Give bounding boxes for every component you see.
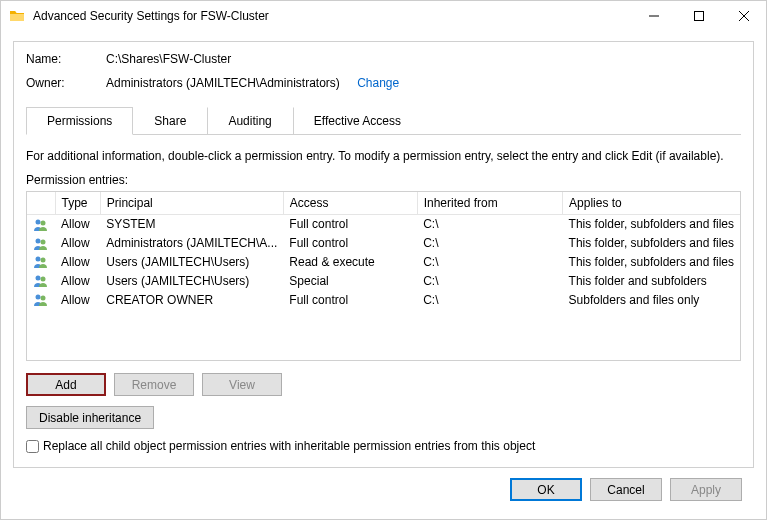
add-button[interactable]: Add: [26, 373, 106, 396]
remove-button: Remove: [114, 373, 194, 396]
col-access[interactable]: Access: [283, 192, 417, 215]
hint-text: For additional information, double-click…: [26, 149, 741, 163]
content-area: Name: C:\Shares\FSW-Cluster Owner: Admin…: [1, 31, 766, 519]
cell-type: Allow: [55, 253, 100, 272]
dialog-window: Advanced Security Settings for FSW-Clust…: [0, 0, 767, 520]
cell-principal: Administrators (JAMILTECH\A...: [100, 234, 283, 253]
view-button: View: [202, 373, 282, 396]
cancel-button[interactable]: Cancel: [590, 478, 662, 501]
table-row[interactable]: AllowUsers (JAMILTECH\Users)Read & execu…: [27, 253, 740, 272]
tab-permissions[interactable]: Permissions: [26, 107, 133, 135]
table-row[interactable]: AllowAdministrators (JAMILTECH\A...Full …: [27, 234, 740, 253]
replace-checkbox-label: Replace all child object permission entr…: [43, 439, 535, 453]
col-applies[interactable]: Applies to: [563, 192, 740, 215]
cell-applies: This folder, subfolders and files: [563, 253, 740, 272]
svg-point-9: [36, 295, 41, 300]
svg-point-6: [41, 258, 46, 263]
cell-applies: This folder, subfolders and files: [563, 234, 740, 253]
cell-access: Special: [283, 271, 417, 290]
cell-inherited: C:\: [417, 253, 562, 272]
cell-applies: Subfolders and files only: [563, 290, 740, 309]
cell-access: Full control: [283, 215, 417, 234]
users-icon: [27, 215, 55, 234]
cell-access: Read & execute: [283, 253, 417, 272]
maximize-button[interactable]: [676, 2, 721, 31]
tab-auditing[interactable]: Auditing: [207, 107, 292, 135]
permission-entries-label: Permission entries:: [26, 173, 741, 187]
table-row[interactable]: AllowSYSTEMFull controlC:\This folder, s…: [27, 215, 740, 234]
close-button[interactable]: [721, 2, 766, 31]
col-principal[interactable]: Principal: [100, 192, 283, 215]
cell-principal: Users (JAMILTECH\Users): [100, 253, 283, 272]
table-row[interactable]: AllowCREATOR OWNERFull controlC:\Subfold…: [27, 290, 740, 309]
name-value: C:\Shares\FSW-Cluster: [106, 52, 741, 66]
name-row: Name: C:\Shares\FSW-Cluster: [26, 52, 741, 66]
cell-principal: CREATOR OWNER: [100, 290, 283, 309]
name-label: Name:: [26, 52, 106, 66]
svg-point-5: [36, 257, 41, 262]
col-inherited[interactable]: Inherited from: [417, 192, 562, 215]
disable-inheritance-button[interactable]: Disable inheritance: [26, 406, 154, 429]
svg-point-3: [36, 238, 41, 243]
users-icon: [27, 253, 55, 272]
folder-icon: [9, 8, 25, 24]
owner-value: Administrators (JAMILTECH\Administrators…: [106, 76, 741, 90]
svg-point-7: [36, 276, 41, 281]
minimize-button[interactable]: [631, 2, 676, 31]
svg-point-4: [41, 239, 46, 244]
col-type[interactable]: Type: [55, 192, 100, 215]
svg-point-10: [41, 296, 46, 301]
owner-label: Owner:: [26, 76, 106, 90]
window-buttons: [631, 2, 766, 31]
cell-inherited: C:\: [417, 271, 562, 290]
users-icon: [27, 234, 55, 253]
apply-button: Apply: [670, 478, 742, 501]
table-row[interactable]: AllowUsers (JAMILTECH\Users)SpecialC:\Th…: [27, 271, 740, 290]
main-panel: Name: C:\Shares\FSW-Cluster Owner: Admin…: [13, 41, 754, 468]
users-icon: [27, 290, 55, 309]
cell-applies: This folder and subfolders: [563, 271, 740, 290]
cell-access: Full control: [283, 290, 417, 309]
col-icon[interactable]: [27, 192, 55, 215]
tabs: Permissions Share Auditing Effective Acc…: [26, 106, 741, 135]
cell-applies: This folder, subfolders and files: [563, 215, 740, 234]
change-owner-link[interactable]: Change: [357, 76, 399, 90]
dialog-footer: OK Cancel Apply: [13, 468, 754, 511]
svg-point-1: [36, 219, 41, 224]
svg-rect-0: [694, 12, 703, 21]
cell-principal: SYSTEM: [100, 215, 283, 234]
cell-principal: Users (JAMILTECH\Users): [100, 271, 283, 290]
cell-type: Allow: [55, 290, 100, 309]
cell-access: Full control: [283, 234, 417, 253]
svg-point-8: [41, 277, 46, 282]
tab-share[interactable]: Share: [133, 107, 207, 135]
owner-text: Administrators (JAMILTECH\Administrators…: [106, 76, 340, 90]
permission-entries-table[interactable]: Type Principal Access Inherited from App…: [26, 191, 741, 361]
entry-buttons: Add Remove View: [26, 373, 741, 396]
cell-type: Allow: [55, 271, 100, 290]
ok-button[interactable]: OK: [510, 478, 582, 501]
cell-type: Allow: [55, 215, 100, 234]
cell-type: Allow: [55, 234, 100, 253]
tab-effective-access[interactable]: Effective Access: [293, 107, 422, 135]
svg-point-2: [41, 220, 46, 225]
cell-inherited: C:\: [417, 215, 562, 234]
cell-inherited: C:\: [417, 290, 562, 309]
cell-inherited: C:\: [417, 234, 562, 253]
disable-inheritance-row: Disable inheritance: [26, 406, 741, 429]
replace-checkbox-row[interactable]: Replace all child object permission entr…: [26, 439, 741, 453]
replace-checkbox[interactable]: [26, 440, 39, 453]
owner-row: Owner: Administrators (JAMILTECH\Adminis…: [26, 76, 741, 90]
window-title: Advanced Security Settings for FSW-Clust…: [33, 9, 631, 23]
users-icon: [27, 271, 55, 290]
titlebar: Advanced Security Settings for FSW-Clust…: [1, 1, 766, 31]
